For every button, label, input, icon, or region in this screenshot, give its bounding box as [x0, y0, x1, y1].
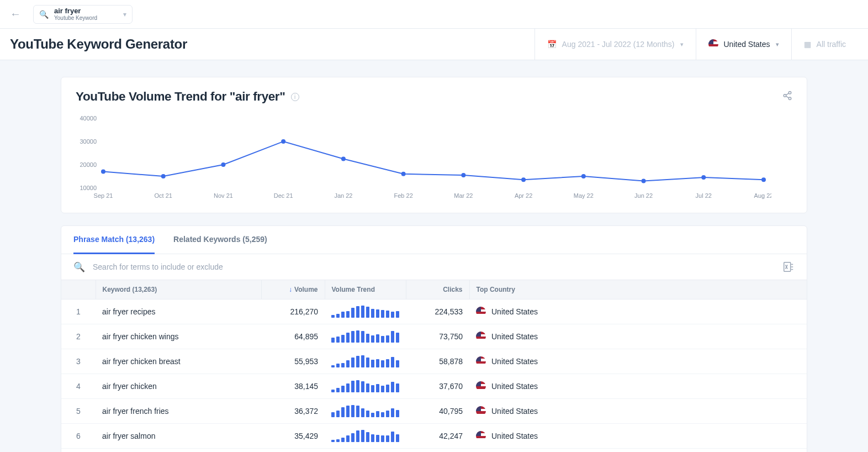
col-top-country[interactable]: Top Country	[469, 280, 807, 299]
keywords-card: Phrase Match (13,263) Related Keywords (…	[61, 225, 807, 452]
svg-point-13	[341, 157, 346, 161]
chart-title: YouTube Volume Trend for "air fryer"	[76, 90, 285, 104]
row-country: United States	[469, 349, 807, 374]
search-icon: 🔍	[39, 10, 49, 19]
svg-text:Dec 21: Dec 21	[274, 192, 293, 199]
row-index: 2	[61, 324, 96, 349]
svg-text:Jun 22: Jun 22	[634, 192, 653, 199]
table-row[interactable]: 7air fryer fried chicken34,26440,316Unit…	[61, 449, 807, 453]
svg-text:Sep 21: Sep 21	[94, 192, 113, 199]
table-row[interactable]: 3air fryer chicken breast55,95358,878Uni…	[61, 349, 807, 374]
us-flag-icon	[476, 381, 486, 391]
row-country: United States	[469, 399, 807, 424]
svg-text:Oct 21: Oct 21	[155, 192, 172, 199]
row-trend-spark	[325, 399, 406, 424]
svg-text:10000: 10000	[80, 185, 97, 191]
row-index: 3	[61, 349, 96, 374]
row-keyword: air fryer french fries	[96, 399, 261, 424]
svg-point-12	[281, 139, 285, 144]
keywords-table: Keyword (13,263) ↓Volume Volume Trend Cl…	[61, 280, 807, 452]
col-keyword[interactable]: Keyword (13,263)	[96, 280, 261, 299]
calendar-icon: 📅	[547, 40, 557, 49]
row-keyword: air fryer fried chicken	[96, 449, 261, 453]
svg-text:Nov 21: Nov 21	[214, 192, 233, 199]
table-row[interactable]: 1air fryer recipes216,270224,533United S…	[61, 299, 807, 324]
us-flag-icon	[476, 406, 486, 416]
search-keyword: air fryer	[54, 7, 97, 14]
row-index: 5	[61, 399, 96, 424]
chevron-down-icon: ▾	[123, 10, 126, 18]
row-volume: 34,264	[261, 449, 325, 453]
row-trend-spark	[325, 424, 406, 449]
row-volume: 38,145	[261, 374, 325, 399]
us-flag-icon	[708, 39, 718, 49]
svg-point-16	[521, 177, 526, 182]
svg-rect-33	[784, 262, 791, 272]
us-flag-icon	[476, 307, 486, 317]
date-range-label: Aug 2021 - Jul 2022 (12 Months)	[562, 40, 675, 49]
svg-point-9	[101, 170, 105, 174]
svg-line-4	[786, 96, 788, 98]
country-label: United States	[724, 40, 770, 49]
svg-line-3	[786, 93, 788, 95]
page-title: YouTube Keyword Generator	[10, 36, 187, 52]
row-index: 7	[61, 449, 96, 453]
svg-point-19	[701, 175, 706, 180]
row-volume: 35,429	[261, 424, 325, 449]
info-icon[interactable]: i	[291, 93, 299, 101]
search-icon: 🔍	[73, 261, 85, 273]
row-index: 4	[61, 374, 96, 399]
svg-text:Jan 22: Jan 22	[334, 192, 352, 199]
row-index: 1	[61, 299, 96, 324]
share-icon[interactable]	[782, 91, 792, 103]
row-keyword: air fryer recipes	[96, 299, 261, 324]
svg-text:40000: 40000	[80, 115, 97, 122]
country-selector[interactable]: United States ▾	[696, 29, 791, 60]
svg-point-1	[784, 94, 786, 97]
row-trend-spark	[325, 299, 406, 324]
table-row[interactable]: 6air fryer salmon35,42942,247United Stat…	[61, 424, 807, 449]
row-trend-spark	[325, 374, 406, 399]
volume-trend-card: YouTube Volume Trend for "air fryer" i 1…	[61, 77, 807, 213]
row-country: United States	[469, 299, 807, 324]
tab-related-keywords[interactable]: Related Keywords (5,259)	[173, 226, 267, 254]
svg-point-10	[161, 174, 166, 178]
svg-text:May 22: May 22	[574, 192, 594, 199]
svg-point-11	[221, 162, 225, 167]
row-trend-spark	[325, 349, 406, 374]
date-range-selector[interactable]: 📅 Aug 2021 - Jul 2022 (12 Months) ▾	[534, 29, 696, 60]
row-clicks: 224,533	[406, 299, 469, 324]
col-volume[interactable]: ↓Volume	[261, 280, 325, 299]
row-keyword: air fryer salmon	[96, 424, 261, 449]
export-excel-button[interactable]	[782, 261, 795, 273]
keyword-search-dropdown[interactable]: 🔍 air fryer Youtube Keyword ▾	[33, 5, 133, 24]
row-country: United States	[469, 424, 807, 449]
row-volume: 64,895	[261, 324, 325, 349]
row-country: United States	[469, 374, 807, 399]
table-row[interactable]: 5air fryer french fries36,37240,795Unite…	[61, 399, 807, 424]
table-row[interactable]: 2air fryer chicken wings64,89573,750Unit…	[61, 324, 807, 349]
traffic-label: All traffic	[817, 40, 846, 49]
svg-point-14	[401, 172, 406, 176]
traffic-selector[interactable]: ▦ All traffic	[791, 29, 858, 60]
row-clicks: 37,670	[406, 374, 469, 399]
svg-text:20000: 20000	[80, 161, 97, 168]
row-country: United States	[469, 449, 807, 453]
row-trend-spark	[325, 324, 406, 349]
row-keyword: air fryer chicken breast	[96, 349, 261, 374]
row-keyword: air fryer chicken wings	[96, 324, 261, 349]
filter-input[interactable]	[93, 262, 782, 271]
tab-phrase-match[interactable]: Phrase Match (13,263)	[73, 226, 155, 254]
svg-text:30000: 30000	[80, 138, 97, 145]
svg-text:Mar 22: Mar 22	[454, 192, 473, 199]
table-row[interactable]: 4air fryer chicken38,14537,670United Sta…	[61, 374, 807, 399]
row-clicks: 73,750	[406, 324, 469, 349]
row-volume: 55,953	[261, 349, 325, 374]
traffic-icon: ▦	[804, 40, 811, 49]
back-button[interactable]: ←	[10, 8, 21, 20]
col-volume-trend[interactable]: Volume Trend	[325, 280, 406, 299]
col-clicks[interactable]: Clicks	[406, 280, 469, 299]
svg-point-15	[461, 173, 465, 177]
svg-text:Apr 22: Apr 22	[515, 192, 532, 199]
chevron-down-icon: ▾	[776, 41, 779, 48]
